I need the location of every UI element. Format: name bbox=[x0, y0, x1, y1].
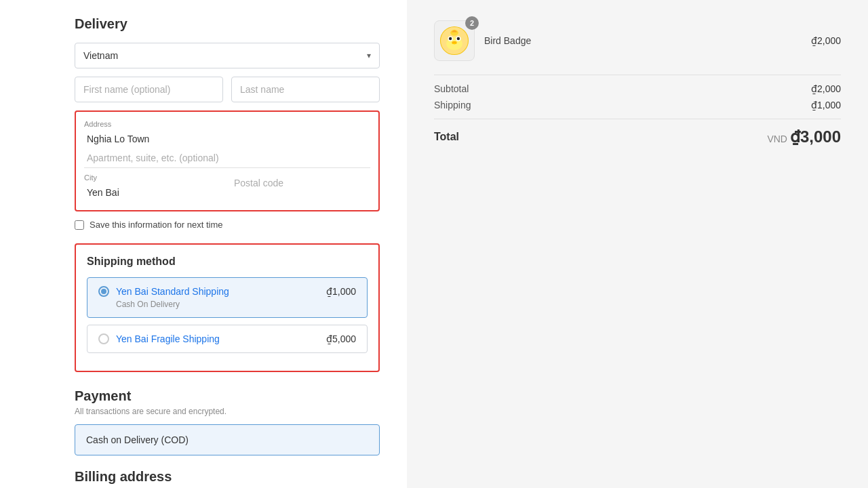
total-row: Total VND₫3,000 bbox=[434, 127, 841, 146]
svg-point-5 bbox=[457, 37, 460, 40]
item-price: ₫2,000 bbox=[811, 35, 841, 46]
save-info-label: Save this information for next time bbox=[90, 220, 223, 230]
bird-badge-icon bbox=[439, 26, 469, 56]
payment-subtitle: All transactions are secure and encrypte… bbox=[75, 407, 380, 416]
save-info-row[interactable]: Save this information for next time bbox=[75, 220, 380, 230]
shipping-row: Shipping ₫1,000 bbox=[434, 100, 841, 110]
last-name-input[interactable] bbox=[231, 77, 380, 102]
radio-fragile-icon bbox=[98, 333, 109, 344]
save-info-checkbox[interactable] bbox=[75, 220, 84, 230]
radio-standard-icon bbox=[98, 286, 109, 297]
first-name-input[interactable] bbox=[75, 77, 223, 102]
shipping-standard-subtitle: Cash On Delivery bbox=[116, 300, 356, 309]
address-input[interactable] bbox=[84, 129, 370, 148]
city-input[interactable] bbox=[84, 183, 223, 202]
name-row bbox=[75, 77, 380, 102]
city-label: City bbox=[84, 174, 223, 182]
shipping-value: ₫1,000 bbox=[811, 100, 841, 110]
shipping-method-title: Shipping method bbox=[87, 256, 368, 268]
total-label: Total bbox=[434, 131, 459, 143]
delivery-title: Delivery bbox=[75, 16, 380, 32]
right-panel: 2 Bird Badge ₫2,000 Subtotal ₫2,000 Ship… bbox=[407, 0, 868, 488]
city-field-wrap: City bbox=[84, 174, 223, 202]
payment-cod-label: Cash on Delivery (COD) bbox=[86, 434, 189, 445]
country-select[interactable]: Vietnam United States Japan bbox=[75, 43, 379, 68]
subtotal-row: Subtotal ₫2,000 bbox=[434, 83, 841, 94]
apartment-input[interactable] bbox=[84, 148, 370, 168]
subtotal-label: Subtotal bbox=[434, 83, 469, 94]
item-quantity-badge: 2 bbox=[465, 16, 479, 30]
payment-section: Payment All transactions are secure and … bbox=[75, 388, 380, 455]
shipping-option-fragile[interactable]: Yen Bai Fragile Shipping ₫5,000 bbox=[87, 325, 368, 353]
country-select-wrapper[interactable]: Vietnam United States Japan ▾ bbox=[75, 43, 380, 68]
left-panel: Delivery Vietnam United States Japan ▾ A… bbox=[0, 0, 407, 488]
item-image-wrap: 2 bbox=[434, 20, 475, 61]
total-currency: VND bbox=[767, 134, 787, 144]
postal-field-wrap bbox=[231, 174, 370, 202]
address-field-group: Address bbox=[84, 120, 370, 148]
delivery-section: Delivery Vietnam United States Japan ▾ A… bbox=[75, 16, 380, 230]
shipping-standard-price: ₫1,000 bbox=[326, 286, 356, 297]
order-item: 2 Bird Badge ₫2,000 bbox=[434, 20, 841, 61]
shipping-option-standard[interactable]: Yen Bai Standard Shipping ₫1,000 Cash On… bbox=[87, 277, 368, 318]
total-amount: ₫3,000 bbox=[790, 127, 841, 146]
shipping-option-fragile-left: Yen Bai Fragile Shipping bbox=[98, 333, 220, 344]
item-name: Bird Badge bbox=[484, 35, 802, 46]
city-postal-row: City bbox=[84, 174, 370, 202]
first-name-group bbox=[75, 77, 223, 102]
shipping-method-block: Shipping method Yen Bai Standard Shippin… bbox=[75, 243, 380, 372]
billing-address-section: Billing address Same as shipping address… bbox=[75, 469, 380, 488]
summary-divider-top bbox=[434, 75, 841, 75]
shipping-option-fragile-row: Yen Bai Fragile Shipping ₫5,000 bbox=[98, 333, 356, 344]
shipping-option-standard-row: Yen Bai Standard Shipping ₫1,000 bbox=[98, 286, 356, 297]
postal-input[interactable] bbox=[231, 174, 370, 192]
address-label: Address bbox=[84, 120, 370, 128]
shipping-fragile-name: Yen Bai Fragile Shipping bbox=[116, 333, 220, 344]
total-value: VND₫3,000 bbox=[767, 127, 841, 146]
address-block: Address City bbox=[75, 110, 380, 211]
last-name-group bbox=[231, 77, 380, 102]
svg-point-4 bbox=[449, 37, 452, 40]
shipping-standard-name: Yen Bai Standard Shipping bbox=[116, 286, 229, 297]
summary-divider-bottom bbox=[434, 119, 841, 119]
shipping-label: Shipping bbox=[434, 100, 471, 110]
payment-title: Payment bbox=[75, 388, 380, 404]
billing-address-title: Billing address bbox=[75, 469, 380, 485]
subtotal-value: ₫2,000 bbox=[811, 83, 841, 94]
payment-cod-option[interactable]: Cash on Delivery (COD) bbox=[75, 424, 380, 455]
shipping-fragile-price: ₫5,000 bbox=[326, 333, 356, 344]
shipping-option-standard-left: Yen Bai Standard Shipping bbox=[98, 286, 229, 297]
